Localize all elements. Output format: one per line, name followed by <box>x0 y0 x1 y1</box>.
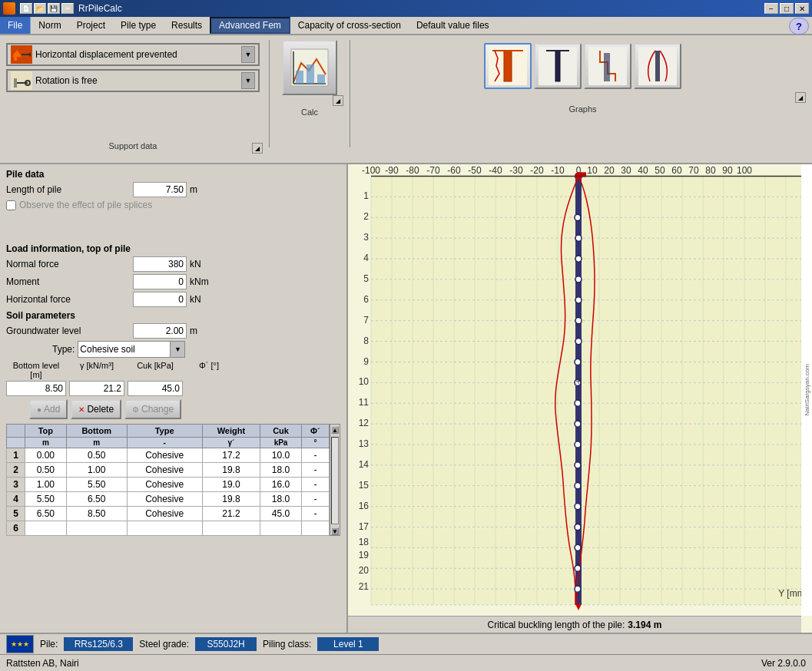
table-row[interactable]: 31.005.50Cohesive19.016.0- <box>7 478 330 492</box>
normal-force-input[interactable] <box>133 256 187 272</box>
table-row[interactable]: 20.501.00Cohesive19.818.0- <box>7 463 330 478</box>
svg-text:-10: -10 <box>551 165 565 176</box>
maximize-button[interactable]: □ <box>780 3 794 14</box>
add-button[interactable]: ● Add <box>29 399 68 419</box>
svg-point-120 <box>575 359 581 365</box>
svg-text:-100: -100 <box>362 165 380 176</box>
groundwater-input[interactable] <box>133 323 187 339</box>
buckling-bar: Critical buckling length of the pile: 3.… <box>348 616 801 633</box>
menu-advanced-fem[interactable]: Advanced Fem <box>210 17 290 34</box>
pile-data-section: Pile data Length of pile m Observe the e… <box>6 169 340 210</box>
soil-params-section: Soil parameters Groundwater level m Type… <box>6 310 340 536</box>
table-cell: 6.50 <box>66 492 127 507</box>
graph-icon-4[interactable] <box>634 43 681 89</box>
svg-point-127 <box>575 503 581 509</box>
svg-text:40: 40 <box>638 165 648 176</box>
row-number: 6 <box>7 521 25 536</box>
table-subheader-cuk: kPa <box>260 438 302 448</box>
svg-text:-60: -60 <box>447 165 461 176</box>
menu-norm[interactable]: Norm <box>31 17 68 34</box>
phi-placeholder <box>186 381 232 396</box>
open-icon[interactable]: 📂 <box>34 3 46 14</box>
table-cell: Cohesive <box>127 478 202 492</box>
row-number: 4 <box>7 492 25 507</box>
param-headers-row: Bottom level [m] γ [kN/m³] Cuk [kPa] Φ´ … <box>6 361 340 379</box>
save-icon[interactable]: 💾 <box>48 3 60 14</box>
table-row[interactable]: 45.506.50Cohesive19.818.0- <box>7 492 330 507</box>
svg-rect-17 <box>555 51 560 81</box>
svg-marker-3 <box>29 52 31 57</box>
table-cell: Cohesive <box>127 492 202 507</box>
graph-icon-2[interactable] <box>534 43 582 89</box>
toolbar-icons: 📄 📂 💾 ✂ <box>20 3 74 14</box>
normal-force-label: Normal force <box>6 259 133 269</box>
expand-icon[interactable]: ◢ <box>252 143 263 154</box>
svg-rect-22 <box>655 51 660 81</box>
toolbar: Horizontal displacement prevented ▼ Rota… <box>0 35 812 164</box>
minimize-button[interactable]: − <box>764 3 778 14</box>
horiz-force-unit: kN <box>190 294 201 305</box>
menu-default-values[interactable]: Default value files <box>409 17 497 34</box>
menu-file[interactable]: File <box>0 17 31 34</box>
gamma-input[interactable] <box>69 381 124 396</box>
table-row[interactable]: 56.508.50Cohesive21.245.0- <box>7 507 330 521</box>
svg-point-125 <box>575 462 581 468</box>
groundwater-row: Groundwater level m <box>6 323 340 339</box>
svg-rect-12 <box>317 74 325 84</box>
menu-pile-type[interactable]: Pile type <box>113 17 164 34</box>
param-header-gamma: γ [kN/m³] <box>69 361 124 379</box>
menu-results[interactable]: Results <box>164 17 210 34</box>
eu-flag-icon: ★★★ <box>6 635 34 653</box>
table-cell: 19.8 <box>202 463 260 478</box>
delete-button[interactable]: ✕ Delete <box>71 399 121 419</box>
rotation-dropdown-arrow[interactable]: ▼ <box>241 72 255 89</box>
svg-rect-24 <box>371 177 801 605</box>
svg-text:17: 17 <box>359 521 370 531</box>
svg-rect-10 <box>296 71 303 84</box>
rotation-dropdown[interactable]: Rotation is free ▼ <box>6 69 260 92</box>
buttons-row: ● Add ✕ Delete ⚙ Change <box>29 399 340 419</box>
table-scroll[interactable]: Top Bottom Type Weight Cuk Φ´ m m <box>6 424 330 536</box>
svg-point-128 <box>575 524 581 530</box>
table-row[interactable]: 10.000.50Cohesive17.210.0- <box>7 448 330 463</box>
table-scrollbar[interactable]: ▲ ▼ <box>330 424 340 536</box>
calc-title: Calc <box>276 107 343 117</box>
change-button[interactable]: ⚙ Change <box>124 399 181 419</box>
graphs-expand-icon[interactable]: ◢ <box>795 92 806 103</box>
table-cell: - <box>301 492 329 507</box>
displacement-dropdown[interactable]: Horizontal displacement prevented ▼ <box>6 43 260 66</box>
soil-params-title: Soil parameters <box>6 310 340 321</box>
bottom-level-input[interactable] <box>6 381 66 396</box>
table-cell: Cohesive <box>127 463 202 478</box>
table-row[interactable]: 6 <box>7 521 330 536</box>
menu-project[interactable]: Project <box>69 17 113 34</box>
moment-input[interactable] <box>133 274 187 289</box>
cut-icon[interactable]: ✂ <box>61 3 74 14</box>
displacement-dropdown-arrow[interactable]: ▼ <box>241 46 255 63</box>
table-subheader-phi: ° <box>301 438 329 448</box>
graph-icon-1[interactable] <box>484 43 532 89</box>
svg-text:10: 10 <box>587 165 598 176</box>
new-icon[interactable]: 📄 <box>20 3 32 14</box>
horiz-force-input[interactable] <box>133 292 187 307</box>
displacement-icon <box>11 45 32 64</box>
observe-checkbox[interactable] <box>6 200 16 210</box>
svg-text:90: 90 <box>722 165 733 176</box>
param-header-phi: Φ´ [°] <box>186 361 232 379</box>
length-label: Length of pile <box>6 184 133 195</box>
help-button[interactable]: ? <box>789 18 809 35</box>
length-input[interactable] <box>133 182 187 197</box>
calc-button[interactable] <box>282 40 337 95</box>
table-cell <box>66 521 127 536</box>
statusbar: ★★★ Pile: RRs125/6.3 Steel grade: S550J2… <box>0 633 812 654</box>
svg-point-123 <box>575 421 581 427</box>
menu-capacity[interactable]: Capacity of cross-section <box>290 17 409 34</box>
cuk-input[interactable] <box>128 381 183 396</box>
table-subheader-num <box>7 438 25 448</box>
type-select[interactable]: Cohesive soil Friction soil <box>78 341 185 358</box>
svg-text:50: 50 <box>655 165 665 176</box>
close-button[interactable]: ✕ <box>795 3 809 14</box>
calc-expand-icon[interactable]: ◢ <box>333 95 343 106</box>
observe-row: Observe the effect of pile splices <box>6 200 340 210</box>
graph-icon-3[interactable] <box>584 43 631 89</box>
